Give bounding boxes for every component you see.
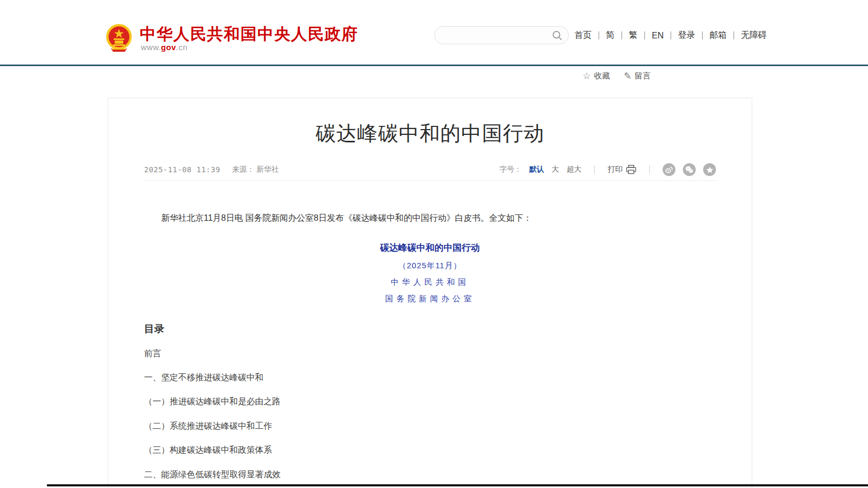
nav-login[interactable]: 登录 (678, 30, 695, 41)
site-url-gov: gov (161, 43, 176, 52)
search-input[interactable] (443, 27, 545, 44)
article-action-row: ☆ 收藏 ✎ 留言 (583, 71, 651, 81)
search-box[interactable] (434, 26, 569, 44)
font-size-label: 字号： (499, 165, 522, 174)
star-icon: ☆ (583, 71, 591, 81)
favorite-button[interactable]: ☆ 收藏 (583, 71, 610, 81)
favorite-label: 收藏 (594, 71, 610, 81)
document-date: （2025年11月） (144, 261, 716, 271)
wechat-icon (685, 165, 694, 174)
meta-left: 2025-11-08 11:39 来源： 新华社 (144, 165, 279, 174)
share-wechat-button[interactable] (683, 163, 696, 176)
site-url: www.gov.cn (141, 43, 188, 52)
nav-separator (671, 31, 671, 39)
site-title: 中华人民共和国中央人民政府 (140, 23, 359, 45)
nav-separator (702, 31, 703, 39)
nav-english[interactable]: EN (652, 31, 664, 41)
star-share-icon (706, 166, 714, 174)
toc-heading: 目录 (144, 322, 716, 336)
site-url-prefix: www. (141, 43, 161, 52)
top-nav: 首页 简 繁 EN 登录 邮箱 无障碍 (575, 30, 767, 41)
publish-date: 2025-11-08 11:39 (144, 165, 220, 174)
meta-separator (649, 165, 650, 174)
article-meta-row: 2025-11-08 11:39 来源： 新华社 字号： 默认 大 超大 打印 (144, 164, 716, 175)
toc-list: 前言 一、坚定不移推进碳达峰碳中和 （一）推进碳达峰碳中和是必由之路 （二）系统… (144, 349, 716, 488)
page: 中华人民共和国中央人民政府 www.gov.cn 首页 简 繁 EN 登录 邮箱… (0, 0, 868, 488)
header-divider-rule (0, 65, 868, 66)
meta-right: 字号： 默认 大 超大 打印 (499, 163, 716, 176)
source-value: 新华社 (257, 165, 279, 173)
weibo-icon (665, 165, 673, 174)
search-icon[interactable] (552, 30, 563, 41)
nav-simplified[interactable]: 简 (606, 30, 615, 41)
comment-label: 留言 (635, 71, 651, 81)
nav-separator (734, 31, 734, 39)
toc-item-preface: 前言 (144, 349, 716, 358)
font-size-default-button[interactable]: 默认 (529, 165, 544, 174)
print-label: 打印 (608, 165, 623, 174)
toc-item-1: 一、坚定不移推进碳达峰碳中和 (144, 373, 716, 382)
nav-accessibility[interactable]: 无障碍 (741, 30, 767, 41)
document-org-line2: 国务院新闻办公室 (144, 294, 716, 304)
document-org-line1: 中华人民共和国 (144, 277, 716, 287)
window-bottom-edge (47, 484, 868, 486)
nav-separator (622, 31, 622, 39)
lead-paragraph: 新华社北京11月8日电 国务院新闻办公室8日发布《碳达峰碳中和的中国行动》白皮书… (144, 211, 716, 225)
printer-icon (626, 165, 636, 174)
share-qzone-button[interactable] (703, 163, 716, 176)
document-title: 碳达峰碳中和的中国行动 (144, 242, 716, 254)
toc-item-2: 二、能源绿色低碳转型取得显著成效 (144, 470, 716, 479)
article-card: 碳达峰碳中和的中国行动 2025-11-08 11:39 来源： 新华社 字号：… (108, 98, 752, 488)
source-label: 来源： (232, 165, 254, 173)
nav-traditional[interactable]: 繁 (629, 30, 638, 41)
site-url-suffix: .cn (176, 43, 188, 52)
nav-separator (599, 31, 599, 39)
toc-item-1-2: （二）系统推进碳达峰碳中和工作 (144, 421, 716, 431)
share-row (663, 163, 716, 176)
toc-item-1-3: （三）构建碳达峰碳中和政策体系 (144, 445, 716, 455)
font-size-large-button[interactable]: 大 (552, 165, 559, 174)
site-header: 中华人民共和国中央人民政府 www.gov.cn 首页 简 繁 EN 登录 邮箱… (0, 0, 868, 65)
meta-separator (594, 165, 595, 174)
print-button[interactable]: 打印 (608, 165, 636, 174)
share-weibo-button[interactable] (663, 163, 675, 176)
nav-home[interactable]: 首页 (575, 30, 592, 41)
toc-item-1-1: （一）推进碳达峰碳中和是必由之路 (144, 397, 716, 406)
nav-mail[interactable]: 邮箱 (710, 30, 727, 41)
source: 来源： 新华社 (232, 165, 279, 174)
meta-divider-rule (144, 180, 716, 181)
comment-button[interactable]: ✎ 留言 (624, 71, 650, 81)
nav-separator (644, 31, 645, 39)
pencil-icon: ✎ (624, 71, 631, 81)
article-title: 碳达峰碳中和的中国行动 (144, 120, 716, 147)
national-emblem-logo (106, 22, 132, 53)
font-size-xlarge-button[interactable]: 超大 (567, 165, 582, 174)
